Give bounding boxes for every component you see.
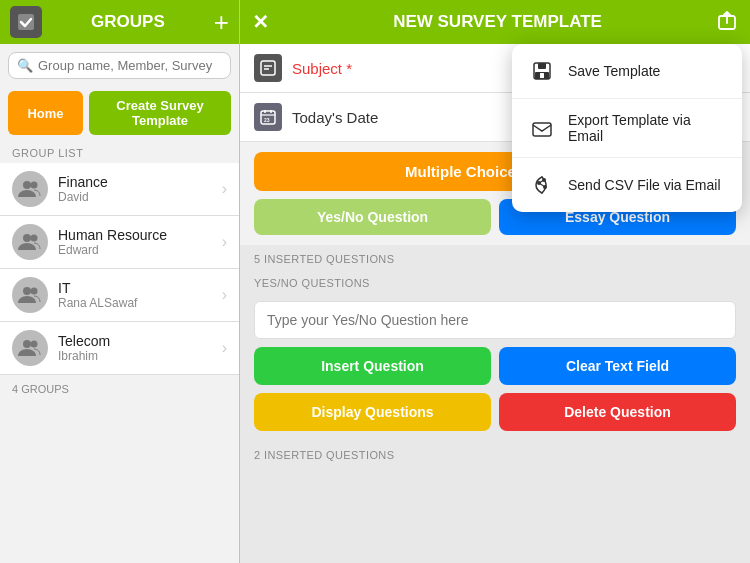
group-sub-finance: David — [58, 190, 222, 204]
menu-item-export[interactable]: Export Template via Email — [512, 99, 742, 158]
subject-icon — [254, 54, 282, 82]
close-button[interactable]: ✕ — [252, 10, 269, 34]
group-avatar-it — [12, 277, 48, 313]
svg-point-2 — [31, 182, 38, 189]
csv-email-icon — [528, 171, 556, 199]
app-logo-icon — [10, 6, 42, 38]
group-avatar-hr — [12, 224, 48, 260]
svg-point-3 — [23, 234, 31, 242]
svg-rect-22 — [533, 123, 551, 136]
chevron-icon-it: › — [222, 286, 227, 304]
chevron-icon-finance: › — [222, 180, 227, 198]
svg-rect-10 — [261, 61, 275, 75]
group-item-hr[interactable]: Human Resource Edward › — [0, 216, 239, 269]
action-buttons: Insert Question Clear Text Field Display… — [240, 347, 750, 431]
group-avatar-finance — [12, 171, 48, 207]
svg-point-8 — [31, 341, 38, 348]
right-header: ✕ NEW SURVEY TEMPLATE — [240, 0, 750, 44]
group-name-it: IT — [58, 280, 222, 296]
menu-save-label: Save Template — [568, 63, 660, 79]
search-icon: 🔍 — [17, 58, 33, 73]
menu-item-save[interactable]: Save Template — [512, 44, 742, 99]
svg-text:23: 23 — [264, 117, 270, 123]
svg-point-4 — [31, 235, 38, 242]
display-questions-button[interactable]: Display Questions — [254, 393, 491, 431]
group-name-hr: Human Resource — [58, 227, 222, 243]
search-bar[interactable]: 🔍 — [8, 52, 231, 79]
add-group-button[interactable]: + — [214, 9, 229, 35]
group-item-it[interactable]: IT Rana ALSawaf › — [0, 269, 239, 322]
group-text-finance: Finance David — [58, 174, 222, 204]
svg-point-6 — [31, 288, 38, 295]
survey-title: NEW SURVEY TEMPLATE — [279, 12, 716, 32]
group-item-finance[interactable]: Finance David › — [0, 163, 239, 216]
yesno-input[interactable] — [254, 301, 736, 339]
svg-point-7 — [23, 340, 31, 348]
save-icon — [528, 57, 556, 85]
group-item-telecom[interactable]: Telecom Ibrahim › — [0, 322, 239, 375]
yesno-button[interactable]: Yes/No Question — [254, 199, 491, 235]
dropdown-menu: Save Template Export Template via Email — [512, 44, 742, 212]
groups-count: 4 GROUPS — [0, 375, 239, 403]
menu-csv-label: Send CSV File via Email — [568, 177, 721, 193]
group-sub-hr: Edward — [58, 243, 222, 257]
group-name-telecom: Telecom — [58, 333, 222, 349]
svg-point-26 — [537, 181, 541, 185]
right-panel: ✕ NEW SURVEY TEMPLATE Subject * Su — [240, 0, 750, 563]
yesno-section: YES/NO QUESTIONS Insert Question Clear T… — [240, 269, 750, 441]
menu-export-label: Export Template via Email — [568, 112, 726, 144]
create-survey-button[interactable]: Create Survey Template — [89, 91, 231, 135]
groups-title: GROUPS — [42, 12, 214, 32]
share-button[interactable] — [716, 9, 738, 36]
group-text-it: IT Rana ALSawaf — [58, 280, 222, 310]
group-list-label: GROUP LIST — [0, 143, 239, 163]
left-panel: GROUPS + 🔍 Home Create Survey Template G… — [0, 0, 240, 563]
date-icon: 23 — [254, 103, 282, 131]
group-avatar-telecom — [12, 330, 48, 366]
svg-point-5 — [23, 287, 31, 295]
group-text-telecom: Telecom Ibrahim — [58, 333, 222, 363]
inserted-questions-label: 5 INSERTED QUESTIONS — [240, 245, 750, 269]
clear-text-button[interactable]: Clear Text Field — [499, 347, 736, 385]
insert-question-button[interactable]: Insert Question — [254, 347, 491, 385]
svg-point-27 — [543, 185, 547, 189]
delete-question-button[interactable]: Delete Question — [499, 393, 736, 431]
yesno-section-label: YES/NO QUESTIONS — [240, 269, 750, 293]
svg-point-1 — [23, 181, 31, 189]
svg-rect-19 — [538, 63, 546, 69]
chevron-icon-hr: › — [222, 233, 227, 251]
menu-item-csv[interactable]: Send CSV File via Email — [512, 158, 742, 212]
group-name-finance: Finance — [58, 174, 222, 190]
group-sub-it: Rana ALSawaf — [58, 296, 222, 310]
chevron-icon-telecom: › — [222, 339, 227, 357]
svg-rect-21 — [540, 73, 544, 78]
group-text-hr: Human Resource Edward — [58, 227, 222, 257]
left-header: GROUPS + — [0, 0, 239, 44]
search-input[interactable] — [38, 58, 222, 73]
export-email-icon — [528, 114, 556, 142]
home-buttons: Home Create Survey Template — [8, 91, 231, 135]
group-sub-telecom: Ibrahim — [58, 349, 222, 363]
home-button[interactable]: Home — [8, 91, 83, 135]
inserted2-label: 2 INSERTED QUESTIONS — [240, 441, 750, 465]
